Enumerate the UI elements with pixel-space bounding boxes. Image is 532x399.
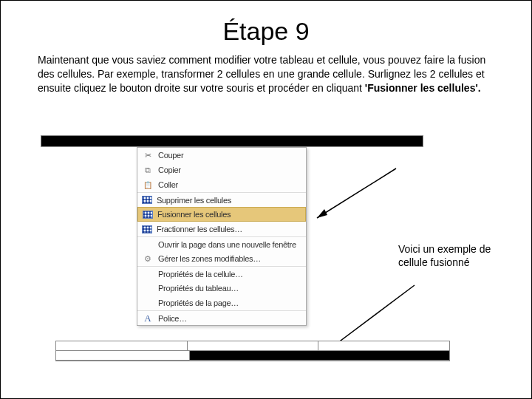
menu-delete-cells[interactable]: Supprimer les cellules xyxy=(137,192,306,207)
menu-page-props[interactable]: Propriétés de la page… xyxy=(137,296,306,310)
menu-label: Fractionner les cellules… xyxy=(157,225,301,233)
table-selection-figure xyxy=(41,135,423,147)
instruction-paragraph: Maintenant que vous saviez comment modif… xyxy=(38,53,494,95)
menu-label: Fusionner les cellules xyxy=(157,210,301,219)
menu-manage-zones[interactable]: Gérer les zones modifiables… xyxy=(137,251,306,266)
menu-label: Propriétés de la cellule… xyxy=(158,270,301,279)
svg-marker-1 xyxy=(317,209,327,218)
table-row xyxy=(56,351,449,361)
svg-line-0 xyxy=(317,168,396,218)
context-menu: Couper Copier Coller Supprimer les cellu… xyxy=(137,147,307,326)
merged-table-figure xyxy=(55,341,450,361)
menu-label: Couper xyxy=(158,151,301,160)
window-icon xyxy=(142,239,154,250)
menu-font[interactable]: A Police… xyxy=(137,310,306,325)
props-icon xyxy=(142,268,154,280)
menu-label: Supprimer les cellules xyxy=(157,196,301,205)
menu-split-cells[interactable]: Fractionner les cellules… xyxy=(137,222,306,236)
paste-icon xyxy=(142,179,154,191)
menu-cell-props[interactable]: Propriétés de la cellule… xyxy=(137,266,306,281)
table-cell xyxy=(56,341,188,351)
menu-label: Ouvrir la page dans une nouvelle fenêtre xyxy=(158,240,301,249)
props-icon xyxy=(142,282,154,294)
table-cell xyxy=(188,341,319,351)
menu-label: Copier xyxy=(158,166,301,174)
menu-cut[interactable]: Couper xyxy=(137,148,306,163)
menu-table-props[interactable]: Propriétés du tableau… xyxy=(137,281,306,296)
menu-label: Gérer les zones modifiables… xyxy=(158,254,301,263)
menu-copy[interactable]: Copier xyxy=(137,163,306,177)
gear-icon xyxy=(142,253,154,265)
menu-label: Propriétés du tableau… xyxy=(158,284,301,293)
copy-icon xyxy=(142,164,154,176)
menu-label: Police… xyxy=(158,314,301,323)
caption-text: Voici un exemple de cellule fusionné xyxy=(398,242,502,269)
table-row xyxy=(56,341,449,351)
arrow-to-menu-icon xyxy=(311,165,400,224)
grid-merge-icon xyxy=(143,211,153,219)
letter-a-icon: A xyxy=(142,313,154,324)
paragraph-bold: 'Fusionner les cellules'. xyxy=(365,82,481,94)
menu-merge-cells[interactable]: Fusionner les cellules xyxy=(137,207,306,222)
menu-paste[interactable]: Coller xyxy=(137,177,306,192)
grid-split-icon xyxy=(142,225,152,233)
grid-delete-icon xyxy=(142,196,152,204)
table-cell xyxy=(56,351,190,361)
menu-label: Propriétés de la page… xyxy=(158,299,301,307)
selected-cells-row xyxy=(41,135,423,147)
page-title: Étape 9 xyxy=(1,17,531,46)
scissors-icon xyxy=(142,149,154,161)
merged-cell xyxy=(190,351,449,361)
menu-label: Coller xyxy=(158,180,301,189)
table-cell xyxy=(318,341,449,351)
props-icon xyxy=(142,297,154,309)
menu-open-new-window[interactable]: Ouvrir la page dans une nouvelle fenêtre xyxy=(137,236,306,251)
